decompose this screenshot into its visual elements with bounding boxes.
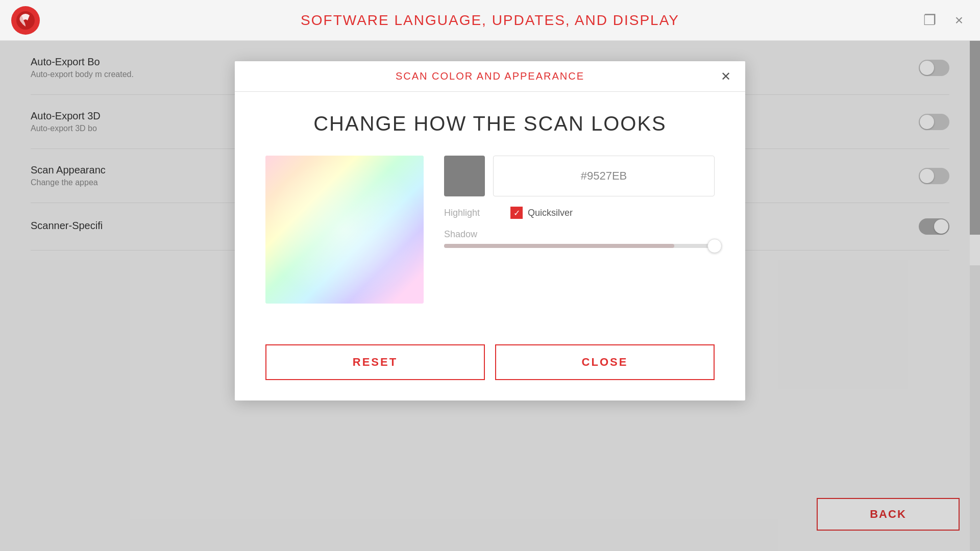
content-area: Auto-Export Bo Auto-export body m create… [0,41,980,551]
modal-dialog: SCAN COLOR AND APPEARANCE ✕ CHANGE HOW T… [235,61,745,400]
highlight-row: Highlight ✓ Quicksilver [444,207,715,219]
modal-header: SCAN COLOR AND APPEARANCE ✕ [235,61,745,92]
window-controls: ❐ × [919,10,970,31]
color-hex-input[interactable]: #9527EB [493,156,715,196]
shadow-slider-fill [444,244,674,248]
modal-close-icon[interactable]: ✕ [717,67,735,86]
color-controls: #9527EB Highlight ✓ Quicksilver [444,156,715,248]
quicksilver-checkbox-row[interactable]: ✓ Quicksilver [510,207,573,219]
modal-header-title: SCAN COLOR AND APPEARANCE [396,70,584,82]
modal-footer: RESET CLOSE [235,344,745,400]
modal-main-title: CHANGE HOW THE SCAN LOOKS [265,112,715,135]
shadow-row: Shadow [444,229,715,248]
color-picker-section: #9527EB Highlight ✓ Quicksilver [265,156,715,304]
close-button[interactable]: CLOSE [495,344,715,380]
modal-overlay: SCAN COLOR AND APPEARANCE ✕ CHANGE HOW T… [0,41,980,551]
quicksilver-checkbox-icon: ✓ [510,207,523,219]
shadow-label: Shadow [444,229,715,240]
title-bar: SOFTWARE LANGUAGE, UPDATES, AND DISPLAY … [0,0,980,41]
shadow-slider[interactable] [444,244,715,248]
minimize-button[interactable]: ❐ [919,10,940,31]
quicksilver-label: Quicksilver [528,208,573,218]
color-gradient-picker[interactable] [265,156,424,304]
close-window-button[interactable]: × [948,10,970,31]
shadow-slider-container [444,244,715,248]
color-swatch-row: #9527EB [444,156,715,196]
modal-body: CHANGE HOW THE SCAN LOOKS #9527EB [235,92,745,344]
page-title: SOFTWARE LANGUAGE, UPDATES, AND DISPLAY [301,12,679,29]
shadow-slider-thumb[interactable] [707,239,722,253]
color-swatch[interactable] [444,156,485,196]
highlight-label: Highlight [444,208,495,218]
reset-button[interactable]: RESET [265,344,485,380]
app-logo [10,5,41,36]
